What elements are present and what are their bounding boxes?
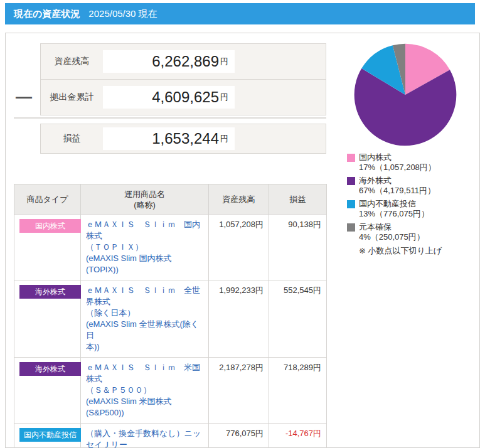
table-row: 海外株式 ｅＭＡＸＩＳ Ｓｌｉｍ 全世界株式 （除く日本） (eMAXIS Sl… xyxy=(14,280,327,358)
pie-slice-2 xyxy=(354,68,457,146)
legend-swatch-principal-protected xyxy=(347,223,355,232)
profit-loss-value: 90,138円 xyxy=(269,215,327,280)
legend-detail: 13%（776,075円） xyxy=(359,209,429,219)
contribution-total-value-box: 4,609,625 円 xyxy=(103,86,235,109)
profit-loss-value: 552,545円 xyxy=(269,280,327,358)
profit-loss-label: 損益 xyxy=(41,133,103,144)
profit-loss-row: 損益 1,653,244 円 xyxy=(41,124,326,153)
pie-legend: 国内株式 17%（1,057,208円） 海外株式 67%（4,179,511円… xyxy=(347,152,476,256)
legend-label: 国内株式 xyxy=(359,152,436,163)
rounding-note: ※ 小数点以下切り上げ xyxy=(347,246,476,256)
profit-loss-value: 718,289円 xyxy=(269,358,327,424)
product-type-badge: 国内不動産投信 xyxy=(19,428,81,442)
legend-swatch-domestic-stock xyxy=(347,154,355,162)
product-type-badge: 国内株式 xyxy=(19,219,81,233)
product-name-link[interactable]: ｅＭＡＸＩＳ Ｓｌｉｍ 国内株式 （ＴＯＰＩＸ） xyxy=(86,219,203,253)
profit-loss-value: -14,767円 xyxy=(269,424,327,448)
legend-label: 国内不動産投信 xyxy=(359,199,429,209)
balance-value: 1,992,233円 xyxy=(209,280,269,358)
legend-detail: 4%（250,075円） xyxy=(359,232,425,242)
equals-divider xyxy=(14,117,326,119)
content-panel: 資産残高 6,262,869 円 拠出金累計 4,609,625 円 — 損益 … xyxy=(5,33,480,448)
balance-value: 2,187,278円 xyxy=(209,358,269,424)
product-type-badge: 海外株式 xyxy=(19,362,81,376)
table-row: 国内不動産投信 （購入・換金手数料なし）ニッセイＪリー トインデックスファンド … xyxy=(14,424,327,448)
contribution-total-label: 拠出金累計 xyxy=(41,92,103,103)
legend-swatch-foreign-stock xyxy=(347,177,355,185)
col-header-product-name: 運用商品名 (略称) xyxy=(81,184,209,215)
table-row: 国内株式 ｅＭＡＸＩＳ Ｓｌｉｍ 国内株式 （ＴＯＰＩＸ） (eMAXIS Sl… xyxy=(14,215,327,280)
product-abbr[interactable]: (eMAXIS Slim 米国株式 (S&P500)) xyxy=(86,396,203,419)
allocation-pie-chart xyxy=(353,43,457,147)
legend-label: 元本確保 xyxy=(359,222,425,232)
holdings-table: 商品タイプ 運用商品名 (略称) 資産残高 損益 国内株式 ｅＭＡＸＩＳ Ｓｌｉ… xyxy=(14,184,327,448)
page-header: 現在の資産状況 2025/05/30 現在 xyxy=(5,3,475,24)
legend-item: 元本確保 4%（250,075円） xyxy=(347,222,476,242)
legend-item: 海外株式 67%（4,179,511円） xyxy=(347,176,476,196)
contribution-total-value: 4,609,625 xyxy=(152,88,219,106)
col-header-balance: 資産残高 xyxy=(209,184,269,215)
balance-value: 776,075円 xyxy=(209,424,269,448)
table-header-row: 商品タイプ 運用商品名 (略称) 資産残高 損益 xyxy=(14,184,327,215)
asset-balance-row: 資産残高 6,262,869 円 xyxy=(41,44,326,79)
table-row: 海外株式 ｅＭＡＸＩＳ Ｓｌｉｍ 米国株式 （Ｓ＆Ｐ５００） (eMAXIS S… xyxy=(14,358,327,424)
product-type-badge: 海外株式 xyxy=(19,285,81,299)
asset-balance-value-box: 6,262,869 円 xyxy=(103,50,235,73)
product-name-link[interactable]: （購入・換金手数料なし）ニッセイＪリー トインデックスファンド xyxy=(86,428,203,448)
col-header-product-type: 商品タイプ xyxy=(14,184,81,215)
col-header-profit-loss: 損益 xyxy=(269,184,327,215)
profit-loss-value-box: 1,653,244 円 xyxy=(103,127,235,150)
product-abbr[interactable]: (eMAXIS Slim 全世界株式(除く日 本)) xyxy=(86,319,203,353)
as-of-date: 2025/05/30 現在 xyxy=(88,8,157,20)
profit-loss-unit: 円 xyxy=(220,133,228,144)
asset-balance-label: 資産残高 xyxy=(41,56,103,67)
contribution-total-row: 拠出金累計 4,609,625 円 xyxy=(41,79,326,115)
legend-item: 国内不動産投信 13%（776,075円） xyxy=(347,199,476,219)
contribution-total-unit: 円 xyxy=(220,92,228,103)
legend-swatch-domestic-reit xyxy=(347,200,355,208)
asset-balance-unit: 円 xyxy=(220,56,228,67)
product-abbr[interactable]: (eMAXIS Slim 国内株式(TOPIX)) xyxy=(86,253,203,275)
profit-loss-value: 1,653,244 xyxy=(152,130,219,147)
legend-detail: 17%（1,057,208円） xyxy=(359,163,436,173)
product-name-link[interactable]: ｅＭＡＸＩＳ Ｓｌｉｍ 全世界株式 （除く日本） xyxy=(86,285,203,319)
legend-detail: 67%（4,179,511円） xyxy=(359,186,435,196)
legend-item: 国内株式 17%（1,057,208円） xyxy=(347,152,476,173)
minus-operator: — xyxy=(16,87,38,106)
balance-value: 1,057,208円 xyxy=(209,215,269,280)
profit-loss-panel: 損益 1,653,244 円 xyxy=(40,124,326,154)
legend-label: 海外株式 xyxy=(359,176,435,186)
product-name-link[interactable]: ｅＭＡＸＩＳ Ｓｌｉｍ 米国株式 （Ｓ＆Ｐ５００） xyxy=(86,362,203,396)
summary-panel: 資産残高 6,262,869 円 拠出金累計 4,609,625 円 xyxy=(40,43,326,115)
page-title: 現在の資産状況 xyxy=(14,8,80,20)
asset-balance-value: 6,262,869 xyxy=(152,53,219,70)
